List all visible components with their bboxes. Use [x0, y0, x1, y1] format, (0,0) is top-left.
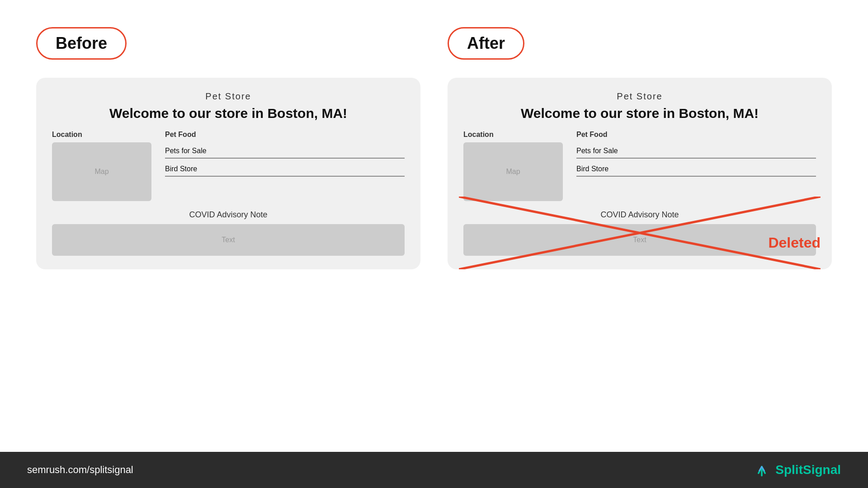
before-label: Before: [56, 34, 107, 53]
after-card: Pet Store Welcome to our store in Boston…: [448, 78, 832, 269]
before-card-title: Pet Store: [52, 91, 405, 102]
before-bird-store: Bird Store: [165, 160, 405, 177]
before-text-placeholder: Text: [52, 224, 405, 256]
splitsignal-icon: [754, 462, 770, 478]
before-card-headline: Welcome to our store in Boston, MA!: [52, 105, 405, 122]
after-location-label: Location: [463, 131, 563, 139]
before-panel: Before Pet Store Welcome to our store in…: [36, 27, 420, 269]
after-covid-wrapper: COVID Advisory Note Text Deleted: [463, 210, 816, 256]
after-card-headline: Welcome to our store in Boston, MA!: [463, 105, 816, 122]
before-card: Pet Store Welcome to our store in Boston…: [36, 78, 420, 269]
after-covid-label: COVID Advisory Note: [463, 210, 816, 220]
before-card-body: Location Map Pet Food Pets for Sale Bird…: [52, 131, 405, 201]
after-pets-for-sale: Pets for Sale: [576, 142, 816, 159]
after-panel: After Pet Store Welcome to our store in …: [448, 27, 832, 269]
before-badge: Before: [36, 27, 127, 60]
after-text-placeholder: Text: [463, 224, 816, 256]
main-content: Before Pet Store Welcome to our store in…: [0, 0, 868, 269]
after-label: After: [467, 34, 505, 53]
deleted-label: Deleted: [768, 235, 821, 251]
before-covid-label: COVID Advisory Note: [52, 210, 405, 220]
before-covid-section: COVID Advisory Note Text: [52, 210, 405, 256]
after-card-body: Location Map Pet Food Pets for Sale Bird…: [463, 131, 816, 201]
before-location-section: Location Map: [52, 131, 151, 201]
after-bird-store: Bird Store: [576, 160, 816, 177]
before-location-label: Location: [52, 131, 151, 139]
after-location-section: Location Map: [463, 131, 563, 201]
splitsignal-logo: SplitSignal: [754, 462, 841, 478]
after-badge: After: [448, 27, 524, 60]
after-map: Map: [463, 142, 563, 201]
logo-text: SplitSignal: [775, 463, 841, 477]
before-pets-for-sale: Pets for Sale: [165, 142, 405, 159]
before-pet-food-label: Pet Food: [165, 131, 405, 139]
before-map: Map: [52, 142, 151, 201]
after-menu-section: Pet Food Pets for Sale Bird Store: [576, 131, 816, 201]
after-pet-food-label: Pet Food: [576, 131, 816, 139]
footer: semrush.com/splitsignal SplitSignal: [0, 452, 868, 488]
after-card-title: Pet Store: [463, 91, 816, 102]
footer-url: semrush.com/splitsignal: [27, 464, 133, 476]
before-menu-section: Pet Food Pets for Sale Bird Store: [165, 131, 405, 201]
